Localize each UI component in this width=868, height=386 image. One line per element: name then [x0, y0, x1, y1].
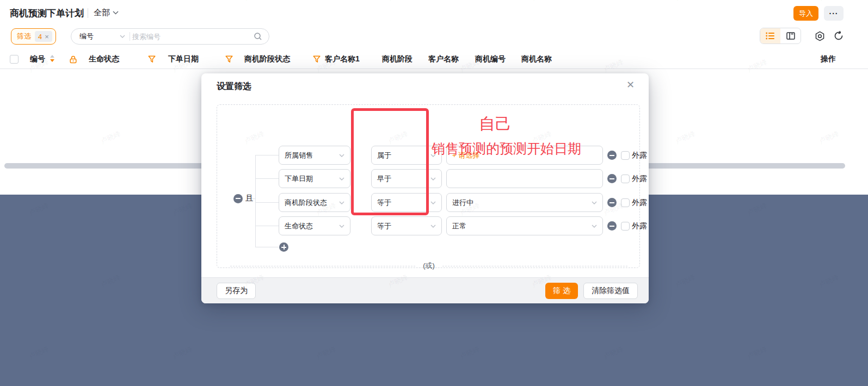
search-field-label: 编号 — [79, 32, 94, 41]
lock-icon[interactable] — [69, 55, 77, 64]
toolbar: 筛选 4 × 编号 — [0, 25, 868, 50]
filter-funnel-icon[interactable] — [225, 55, 233, 63]
modal-footer: 另存为 筛 选 清除筛选值 — [201, 277, 649, 303]
tree-connector — [255, 178, 279, 179]
filter-modal: 设置筛选 ✕ 且 所属销售 属于 — [201, 73, 649, 303]
group-operator-node: 且 — [233, 194, 253, 203]
scope-dropdown[interactable]: 全部 — [94, 8, 119, 18]
expose-checkbox[interactable] — [621, 222, 630, 231]
filter-funnel-icon[interactable] — [313, 55, 321, 63]
operator-select[interactable]: 等于 — [371, 193, 442, 212]
condition-row: 商机阶段状态 等于 进行中 外露 — [279, 193, 647, 212]
close-icon[interactable]: ✕ — [626, 80, 635, 90]
column-header: 商机阶段状态 — [244, 54, 290, 64]
field-select[interactable]: 下单日期 — [279, 169, 350, 188]
add-row-button[interactable] — [279, 242, 288, 252]
search-input[interactable] — [132, 33, 250, 41]
remove-group-button[interactable] — [233, 194, 243, 203]
select-all-checkbox[interactable] — [10, 55, 19, 64]
operator-select[interactable]: 等于 — [371, 216, 442, 235]
operator-select-value: 早于 — [377, 174, 391, 184]
scope-label: 全部 — [94, 8, 110, 18]
tree-connector — [255, 247, 279, 247]
expose-label: 外露 — [632, 174, 647, 184]
import-button[interactable]: 导入 — [793, 6, 818, 21]
top-bar: 商机预测下单计划 全部 导入 ··· — [0, 0, 868, 25]
chevron-down-icon — [339, 201, 344, 204]
value-select[interactable]: 进行中 — [446, 193, 603, 212]
search-combo: 编号 — [71, 28, 269, 45]
operator-select[interactable]: 属于 — [371, 146, 442, 165]
filter-chip[interactable]: 筛选 4 × — [11, 28, 56, 45]
refresh-icon — [834, 31, 844, 41]
expose-label: 外露 — [632, 151, 647, 160]
filter-chip-label: 筛选 — [17, 32, 31, 41]
tree-connector — [255, 202, 279, 203]
tree-connector — [255, 226, 279, 226]
operator-select[interactable]: 早于 — [371, 169, 442, 188]
field-select-value: 商机阶段状态 — [285, 198, 327, 208]
filter-clear-icon[interactable]: × — [45, 33, 49, 41]
page-title: 商机预测下单计划 — [10, 7, 84, 20]
value-select[interactable]: 正常 — [446, 216, 603, 235]
field-select[interactable]: 生命状态 — [279, 216, 350, 235]
board-icon — [786, 32, 795, 40]
chevron-down-icon — [120, 35, 125, 38]
remove-condition-button[interactable] — [607, 198, 617, 207]
remove-condition-button[interactable] — [607, 221, 617, 231]
field-select[interactable]: 所属销售 — [279, 146, 350, 165]
apply-filter-button[interactable]: 筛 选 — [545, 283, 578, 299]
field-select[interactable]: 商机阶段状态 — [279, 193, 350, 212]
more-actions-button[interactable]: ··· — [824, 6, 844, 21]
chevron-down-icon — [430, 177, 436, 180]
condition-row: 所属销售 属于 + 请选择 外露 — [279, 146, 647, 165]
operator-select-value: 属于 — [377, 151, 391, 160]
clear-filter-button[interactable]: 清除筛选值 — [583, 283, 638, 299]
filter-funnel-icon[interactable] — [148, 55, 156, 63]
value-picker[interactable]: + 请选择 — [446, 146, 603, 165]
list-view-toggle[interactable] — [760, 28, 780, 43]
chevron-down-icon — [430, 154, 436, 157]
chevron-down-icon — [113, 11, 119, 15]
search-field-select[interactable]: 编号 — [71, 32, 128, 41]
condition-row: 下单日期 早于 外露 — [279, 169, 647, 188]
expose-checkbox[interactable] — [621, 151, 630, 160]
column-header: 下单日期 — [168, 54, 199, 64]
field-select-value: 下单日期 — [285, 174, 313, 184]
sort-icon[interactable] — [50, 55, 55, 64]
tree-connector — [255, 155, 279, 155]
value-input[interactable] — [446, 169, 603, 188]
expose-checkbox[interactable] — [621, 198, 630, 207]
condition-row: 生命状态 等于 正常 外露 — [279, 216, 647, 235]
field-select-value: 所属销售 — [285, 151, 313, 160]
tree-connector — [255, 155, 256, 247]
expose-checkbox[interactable] — [621, 175, 630, 183]
filter-count: 4 — [38, 33, 42, 41]
column-header: 商机名称 — [521, 54, 552, 64]
chevron-down-icon — [592, 225, 597, 228]
view-toggle — [760, 28, 801, 44]
title-divider — [88, 8, 88, 18]
list-icon — [766, 32, 775, 40]
remove-condition-button[interactable] — [607, 174, 617, 183]
column-header: 客户名称1 — [325, 54, 360, 64]
column-header: 商机阶段 — [382, 54, 413, 64]
remove-condition-button[interactable] — [607, 151, 617, 160]
chevron-down-icon — [339, 177, 344, 180]
column-header: 编号 — [30, 54, 45, 64]
board-view-toggle[interactable] — [780, 28, 801, 43]
chevron-down-icon — [430, 201, 436, 204]
operator-select-value: 等于 — [377, 198, 391, 208]
save-as-button[interactable]: 另存为 — [217, 283, 256, 299]
value-select-value: 进行中 — [452, 198, 473, 208]
modal-title: 设置筛选 — [217, 81, 251, 92]
field-select-value: 生命状态 — [285, 221, 313, 231]
value-select-value: 正常 — [452, 221, 466, 231]
column-header: 生命状态 — [89, 54, 119, 64]
search-divider — [130, 32, 130, 41]
settings-button[interactable] — [813, 29, 826, 42]
expose-label: 外露 — [632, 221, 647, 231]
search-icon[interactable] — [254, 32, 262, 41]
refresh-button[interactable] — [832, 29, 845, 42]
column-header-actions: 操作 — [821, 54, 836, 64]
